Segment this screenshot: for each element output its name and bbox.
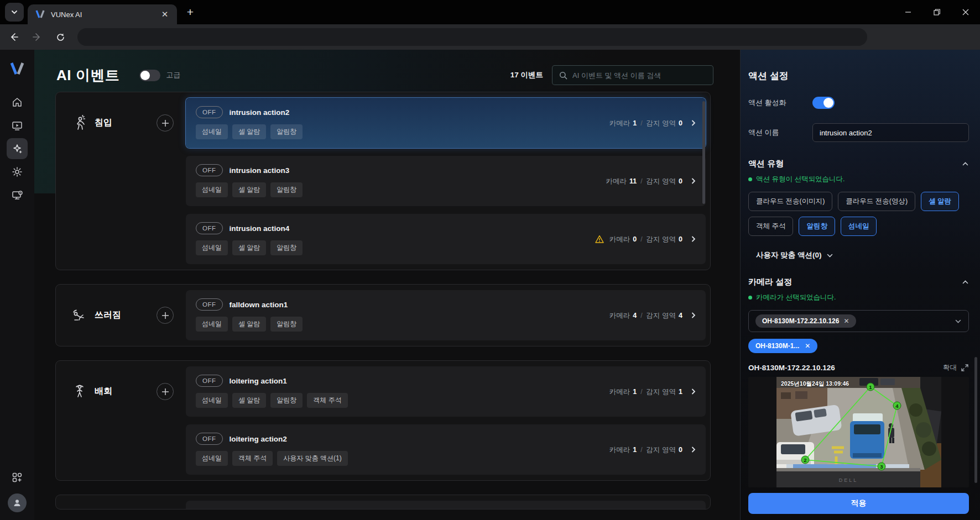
minimize-button[interactable] bbox=[894, 0, 922, 24]
zone-count: 0 bbox=[679, 119, 682, 127]
event-tag: 객체 주석 bbox=[232, 451, 273, 466]
warning-icon bbox=[595, 235, 604, 243]
monitor-brand: DELL bbox=[838, 477, 858, 483]
main-scrollbar-thumb[interactable] bbox=[702, 101, 705, 204]
action-enable-toggle[interactable] bbox=[812, 97, 835, 109]
event-tag: 알림창 bbox=[270, 124, 303, 139]
event-group-intrusion: 침입 OFF intrusion action2 섬네일 셀 알람 알림창 bbox=[55, 92, 711, 270]
zone-count: 1 bbox=[679, 388, 682, 396]
reload-button[interactable] bbox=[51, 28, 70, 46]
collapse-action-type-button[interactable] bbox=[962, 160, 969, 167]
sidebar-item-monitoring[interactable] bbox=[7, 115, 28, 136]
tab-close-icon[interactable]: ✕ bbox=[158, 8, 171, 21]
advanced-toggle[interactable] bbox=[139, 70, 160, 81]
chevron-up-icon bbox=[962, 279, 969, 286]
event-row[interactable]: OFF loitering action1 섬네일 셀 알람 알림창 객체 주석… bbox=[186, 366, 706, 417]
event-name: falldown action1 bbox=[230, 301, 288, 309]
add-event-button[interactable] bbox=[157, 114, 174, 132]
action-type-popup[interactable]: 알림창 bbox=[799, 217, 835, 236]
zone-count: 0 bbox=[679, 235, 682, 243]
panel-scrollbar-thumb[interactable] bbox=[974, 357, 977, 483]
custom-action-expander[interactable]: 사용자 맞춤 액션(0) bbox=[748, 250, 969, 260]
expand-icon[interactable] bbox=[961, 364, 969, 372]
remove-camera-icon[interactable]: ✕ bbox=[843, 317, 849, 325]
action-settings-panel: 액션 설정 액션 활성화 액션 이름 액션 유형 액션 유형이 선택되었습니다.… bbox=[740, 50, 980, 520]
camera-count: 0 bbox=[633, 235, 637, 243]
event-row[interactable]: OFF intrusion action4 섬네일 셀 알람 알림창 카메라0 … bbox=[186, 214, 706, 264]
event-row[interactable]: OFF intrusion action3 섬네일 셀 알람 알림창 카메라11… bbox=[186, 156, 706, 206]
event-tag: 알림창 bbox=[270, 393, 303, 408]
search-input[interactable] bbox=[572, 71, 706, 80]
event-tag: 사용자 맞춤 액션(1) bbox=[277, 451, 347, 466]
back-button[interactable] bbox=[4, 28, 23, 46]
event-name: intrusion action3 bbox=[230, 166, 290, 175]
camera-name: OH-8130M-172.22.10.126 bbox=[748, 364, 835, 372]
window-controls bbox=[894, 0, 980, 24]
tab-search-button[interactable] bbox=[5, 3, 24, 22]
action-type-cloud-video[interactable]: 클라우드 전송(영상) bbox=[838, 192, 915, 211]
chevron-right-icon bbox=[690, 447, 697, 453]
custom-action-label: 사용자 맞춤 액션(0) bbox=[756, 250, 822, 260]
sidebar-item-home[interactable] bbox=[7, 92, 28, 113]
preview-timestamp: 2025년10월24일 13:09:46 bbox=[781, 380, 849, 387]
intrusion-icon bbox=[71, 115, 88, 132]
sidebar-item-settings[interactable] bbox=[7, 161, 28, 182]
browser-tab[interactable]: VUNex AI ✕ bbox=[28, 4, 177, 24]
event-tag: 섬네일 bbox=[196, 393, 228, 408]
main-content: AI 이벤트 고급 17 이벤트 침입 bbox=[34, 50, 740, 520]
event-tag: 객체 주석 bbox=[307, 393, 347, 408]
event-row[interactable]: OFF falldown action1 섬네일 셀 알람 알림창 카메라4 /… bbox=[186, 290, 706, 340]
chevron-right-icon bbox=[690, 120, 697, 127]
address-bar[interactable] bbox=[77, 28, 867, 46]
camera-settings-title: 카메라 설정 bbox=[748, 277, 792, 287]
vunex-logo-icon bbox=[35, 10, 45, 19]
event-row[interactable]: OFF loitering action2 섬네일 객체 주석 사용자 맞춤 액… bbox=[186, 424, 706, 475]
event-state-pill: OFF bbox=[196, 106, 223, 118]
person-icon bbox=[12, 498, 22, 508]
action-type-status: 액션 유형이 선택되었습니다. bbox=[756, 175, 845, 184]
event-row[interactable]: OFF intrusion action2 섬네일 셀 알람 알림창 카메라1 … bbox=[186, 98, 706, 148]
action-name-input[interactable] bbox=[812, 123, 969, 142]
add-event-button[interactable] bbox=[157, 383, 174, 400]
event-tag: 셀 알람 bbox=[232, 317, 266, 332]
event-tag: 섬네일 bbox=[196, 182, 228, 197]
search-box[interactable] bbox=[552, 65, 713, 85]
camera-status: 카메라가 선택되었습니다. bbox=[756, 293, 836, 302]
close-window-button[interactable] bbox=[951, 0, 980, 24]
event-tag: 섬네일 bbox=[196, 240, 228, 255]
video-monitor-icon bbox=[12, 120, 23, 131]
camera-select-dropdown[interactable]: OH-8130M-172.22.10.126 ✕ bbox=[748, 310, 969, 332]
sidebar-item-device-settings[interactable] bbox=[7, 185, 28, 206]
advanced-toggle-label: 고급 bbox=[166, 70, 180, 80]
main-header: AI 이벤트 고급 17 이벤트 bbox=[34, 50, 740, 85]
event-name: loitering action2 bbox=[230, 435, 287, 443]
app-window: VUNex AI ✕ + bbox=[0, 0, 980, 520]
user-avatar[interactable] bbox=[8, 493, 27, 512]
vertex-label: 4 bbox=[895, 403, 899, 409]
add-event-button[interactable] bbox=[157, 307, 174, 324]
search-icon bbox=[559, 71, 567, 80]
action-type-object-annotation[interactable]: 객체 주석 bbox=[748, 217, 793, 236]
sidebar-item-ai-events[interactable] bbox=[7, 138, 28, 159]
camera-count: 1 bbox=[633, 446, 637, 454]
action-type-thumbnail[interactable]: 섬네일 bbox=[841, 217, 877, 236]
forward-button[interactable] bbox=[28, 28, 46, 46]
remove-camera-icon[interactable]: ✕ bbox=[805, 342, 810, 350]
tab-title: VUNex AI bbox=[51, 10, 158, 19]
sidebar bbox=[0, 50, 34, 520]
sidebar-item-integrations[interactable] bbox=[7, 467, 28, 488]
dropdown-chevron[interactable] bbox=[955, 318, 962, 325]
new-tab-button[interactable]: + bbox=[184, 6, 197, 19]
event-tag: 알림창 bbox=[270, 182, 303, 197]
action-type-cloud-image[interactable]: 클라우드 전송(이미지) bbox=[748, 192, 832, 211]
action-type-cell-alarm[interactable]: 셀 알람 bbox=[921, 192, 959, 211]
event-count: 17 이벤트 bbox=[510, 70, 543, 80]
page-title: AI 이벤트 bbox=[56, 66, 119, 85]
maximize-button[interactable] bbox=[922, 0, 951, 24]
home-icon bbox=[12, 97, 23, 108]
selected-camera-chip[interactable]: OH-8130M-1... ✕ bbox=[748, 339, 817, 353]
camera-dropdown-chip[interactable]: OH-8130M-172.22.10.126 ✕ bbox=[755, 314, 856, 328]
collapse-camera-settings-button[interactable] bbox=[962, 279, 969, 286]
apply-button[interactable]: 적용 bbox=[748, 493, 969, 514]
plus-icon bbox=[161, 388, 169, 396]
